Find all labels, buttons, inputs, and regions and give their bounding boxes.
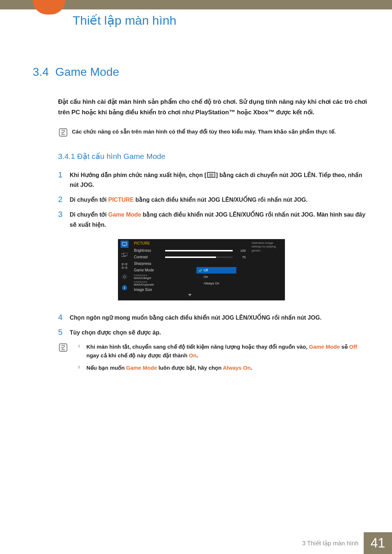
- osd-label: Game Mode: [134, 268, 165, 272]
- osd-arrows: [134, 294, 246, 297]
- page-number: 41: [364, 532, 392, 554]
- monitor-icon: [121, 241, 128, 248]
- chevron-down-icon: [188, 294, 192, 297]
- info-icon: i: [121, 284, 128, 291]
- text: Khi Hướng dẫn phím chức năng xuất hiện, …: [70, 172, 207, 178]
- osd-value: 75: [236, 255, 246, 259]
- text: .: [196, 352, 198, 358]
- note-block-2: z Khi màn hình tắt, chuyển sang chế độ t…: [58, 342, 370, 376]
- footer-chapter: 3 Thiết lập màn hình: [302, 539, 359, 547]
- osd-value: 100: [236, 249, 246, 253]
- step-text: Tùy chọn được chọn sẽ được áp.: [70, 328, 370, 337]
- svg-marker-19: [188, 294, 192, 296]
- svg-line-13: [123, 275, 123, 276]
- highlight: On: [189, 352, 197, 358]
- step-2: 2 Di chuyển tới PICTURE bằng cách điều k…: [58, 195, 370, 205]
- text: sẽ: [340, 344, 349, 350]
- note-text: Các chức năng có sẵn trên màn hình có th…: [72, 127, 336, 138]
- osd-title: PICTURE: [134, 241, 246, 245]
- text: Di chuyển tới: [70, 197, 108, 203]
- slider-fill: [165, 250, 233, 251]
- osd-magic-label: SAMSUNGMAGICUpscale: [134, 280, 154, 286]
- text: Di chuyển tới: [70, 212, 108, 218]
- svg-point-8: [123, 276, 126, 278]
- menu-icon: [207, 172, 215, 178]
- osd-label: Image Size: [134, 288, 165, 292]
- content: 3.4 Game Mode Đặt cấu hình cài đặt màn h…: [33, 65, 370, 390]
- text: ngay cả khi chế độ này được đặt thành: [86, 352, 189, 358]
- step-4: 4 Chọn ngôn ngữ mong muốn bằng cách điều…: [58, 313, 370, 323]
- section-title: 3.4 Game Mode: [33, 65, 370, 79]
- osd-row-gamemode: Game Mode: [134, 267, 165, 274]
- step-number: 3: [58, 210, 70, 229]
- highlight: Game Mode: [309, 344, 340, 350]
- svg-line-16: [126, 275, 127, 276]
- subsection-title: 3.4.1 Đặt cấu hình Game Mode: [58, 152, 370, 161]
- osd-row-brightness: Brightness 100: [134, 247, 246, 254]
- step-1: 1 Khi Hướng dẫn phím chức năng xuất hiện…: [58, 170, 370, 190]
- subsection-name: Đặt cấu hình Game Mode: [77, 152, 166, 160]
- option-label: Off: [204, 268, 208, 272]
- text: Bright: [143, 276, 151, 280]
- steps: 1 Khi Hướng dẫn phím chức năng xuất hiện…: [58, 170, 370, 230]
- gear-icon: [121, 273, 128, 280]
- note-icon: [58, 127, 68, 138]
- osd-panel: i PICTURE Brightness 100 Contrast 75 Sha…: [118, 239, 285, 300]
- bullet-text: Khi màn hình tắt, chuyển sang chế độ tiế…: [86, 342, 370, 360]
- note-block: Các chức năng có sẵn trên màn hình có th…: [58, 127, 370, 138]
- slider-fill: [165, 257, 216, 258]
- step-text: Di chuyển tới PICTURE bằng cách điều khi…: [70, 195, 370, 205]
- step-3: 3 Di chuyển tới Game Mode bằng cách điều…: [58, 210, 370, 229]
- highlight: Game Mode: [108, 212, 141, 218]
- svg-rect-3: [122, 242, 127, 245]
- svg-rect-7: [123, 264, 126, 268]
- osd-row-sharpness: Sharpness: [134, 260, 246, 267]
- option-label: Always On: [204, 282, 219, 285]
- chapter-title: Thiết lập màn hình: [73, 13, 176, 28]
- highlight: PICTURE: [108, 197, 134, 203]
- note-icon: [58, 342, 68, 353]
- bullet-mark: z: [72, 344, 86, 361]
- step-5: 5 Tùy chọn được chọn sẽ được áp.: [58, 328, 370, 337]
- bullet-2: z Nếu bạn muốn Game Mode luôn được bật, …: [72, 364, 370, 372]
- resize-icon: [121, 262, 128, 270]
- footer: 3 Thiết lập màn hình 41: [0, 532, 392, 554]
- osd-label: Brightness: [134, 249, 165, 253]
- osd-main: PICTURE Brightness 100 Contrast 75 Sharp…: [131, 239, 249, 300]
- osd-option-off: Off: [196, 267, 236, 274]
- text: Khi màn hình tắt, chuyển sang chế độ tiế…: [86, 344, 309, 350]
- steps-cont: 4 Chọn ngôn ngữ mong muốn bằng cách điều…: [58, 313, 370, 337]
- step-text: Di chuyển tới Game Mode bằng cách điều k…: [70, 210, 370, 229]
- svg-rect-6: [124, 253, 127, 256]
- step-text: Khi Hướng dẫn phím chức năng xuất hiện, …: [70, 170, 370, 190]
- osd-row-imagesize: Image Size: [134, 287, 165, 293]
- osd-option-on: On: [196, 274, 236, 280]
- bullet-text: Nếu bạn muốn Game Mode luôn được bật, hã…: [86, 364, 370, 372]
- text: .: [251, 365, 252, 371]
- highlight: Off: [349, 344, 357, 350]
- section-name: Game Mode: [55, 65, 119, 78]
- text: Nếu bạn muốn: [86, 365, 126, 371]
- svg-text:i: i: [124, 286, 125, 290]
- svg-line-14: [126, 278, 127, 279]
- osd-label: Contrast: [134, 255, 165, 259]
- step-number: 4: [58, 313, 70, 323]
- slider-track: [165, 257, 233, 258]
- text: Upscale: [143, 283, 154, 286]
- svg-line-15: [123, 278, 123, 279]
- osd-options: Off On Always On: [196, 267, 236, 293]
- intro-text: Đặt cấu hình cài đặt màn hình sản phẩm c…: [58, 97, 370, 118]
- step-number: 2: [58, 195, 70, 205]
- step-number: 1: [58, 170, 70, 190]
- subsection-number: 3.4.1: [58, 152, 75, 160]
- option-label: On: [204, 275, 208, 279]
- osd-tooltip: Optimizes image settings for playing gam…: [249, 239, 285, 300]
- step-number: 5: [58, 328, 70, 337]
- osd-row-contrast: Contrast 75: [134, 254, 246, 260]
- section-number: 3.4: [33, 65, 49, 78]
- osd-row-magic-bright: SAMSUNGMAGICBright: [134, 274, 165, 280]
- osd-magic-label: SAMSUNGMAGICBright: [134, 274, 151, 280]
- osd-option-alwayson: Always On: [196, 280, 236, 287]
- osd-row-magic-upscale: SAMSUNGMAGICUpscale: [134, 280, 165, 287]
- bullet-mark: z: [72, 365, 86, 374]
